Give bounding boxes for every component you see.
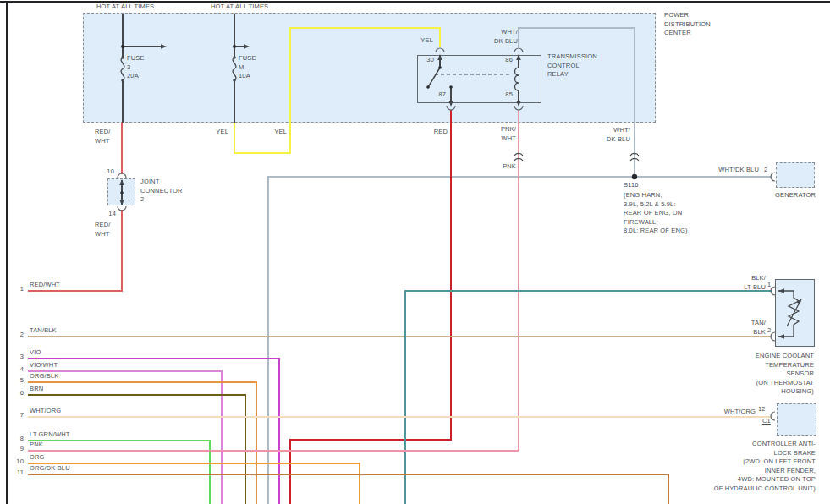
relay-blade-contact [426, 85, 430, 89]
label-circuit-11: ORG/DK BLU [30, 464, 70, 474]
label-pnk-label: PNK [503, 162, 516, 172]
fuse-3-junction [121, 45, 124, 48]
label-circuit-10: ORG [30, 453, 45, 463]
fuse-m-symbol [233, 58, 236, 80]
wire-whtdkblu-relay-coil [519, 28, 635, 177]
label-s116-note: (ENG HARN, 3.9L, 5.2L & 5.9L: REAR OF EN… [624, 191, 688, 236]
label-relay-pin-87: 87 [438, 90, 446, 100]
joint-connector-dot [120, 191, 124, 194]
label-controller-antilock-brake: CONTROLLER ANTI- LOCK BRAKE (2WD: ON LEF… [714, 440, 816, 493]
wire-red-wire [290, 110, 451, 504]
label-tanblk-sensor-label: TAN/ BLK [751, 319, 766, 337]
label-circuit-6-num: 6 [20, 389, 24, 398]
label-circuit-7-num: 7 [20, 411, 24, 420]
wire-org-circuit-10 [28, 463, 360, 504]
relay-pin85-arrow [516, 101, 521, 107]
label-whtdkblu-generator: WHT/DK BLU [718, 166, 759, 175]
label-redwht-upper: RED/ WHT [95, 128, 111, 145]
label-pnkwht-label: PNK/ WHT [501, 125, 516, 143]
coolant-thermistor [778, 291, 799, 337]
wire-orgdkblu-circuit-11 [28, 474, 668, 504]
label-generator-pin-2: 2 [764, 166, 767, 175]
label-power-distribution-center: POWER DISTRIBUTION CENTER [664, 11, 711, 38]
label-circuit-9: PNK [30, 441, 43, 450]
label-circuit-6: BRN [30, 385, 43, 394]
wiring-diagram-canvas: HOT AT ALL TIMESHOT AT ALL TIMESPOWER DI… [0, 0, 830, 504]
label-relay-pin-85: 85 [505, 90, 513, 100]
label-circuit-4-num: 4 [20, 365, 24, 375]
label-circuit-4: VIO/WHT [30, 361, 58, 370]
label-circuit-9-num: 9 [20, 445, 24, 454]
label-whtorg-cab-label: WHT/ORG [724, 408, 756, 417]
relay-coil [515, 68, 519, 90]
fuse-m-feed-arrow [244, 44, 250, 49]
label-hot-at-all-times-2: HOT AT ALL TIMES [211, 3, 268, 12]
label-yel-at-pin30: YEL [420, 36, 433, 46]
relay-pin87-contact [449, 85, 453, 89]
s116-splice-dot [632, 174, 637, 179]
label-generator: GENERATOR [775, 191, 816, 200]
fuse-3-feed-arrow [161, 44, 167, 49]
label-circuit-1: RED/WHT [30, 281, 60, 290]
label-circuit-1-num: 1 [20, 285, 24, 294]
label-whtdkblu-right: WHT/ DK BLU [607, 126, 630, 144]
relay-pin30-contact [438, 66, 442, 69]
label-circuit-7: WHT/ORG [30, 407, 61, 416]
label-cab-pin-12: 12 [758, 405, 766, 414]
relay-pin86-connector [514, 48, 523, 52]
label-circuit-5-num: 5 [20, 376, 24, 386]
label-transmission-control-relay: TRANSMISSION CONTROL RELAY [547, 52, 597, 79]
label-circuit-3: VIO [30, 348, 41, 358]
label-redwht-lower: RED/ WHT [95, 221, 111, 238]
fuse-3-symbol [121, 58, 124, 80]
relay-pin87-arrow [448, 101, 453, 107]
label-blkltblu-label: BLK/ LT BLU [744, 274, 766, 292]
label-circuit-8-num: 8 [20, 435, 24, 444]
label-circuit-10-num: 10 [16, 457, 24, 467]
label-relay-pin-30: 30 [426, 56, 434, 65]
label-fuse-3-label: FUSE 3 20A [127, 54, 145, 81]
label-circuit-8: LT GRN/WHT [30, 430, 69, 440]
label-whtdkblu-at-pin86: WHT/ DK BLU [494, 28, 518, 46]
label-jc-pin-10: 10 [107, 167, 114, 177]
coolant-thermistor-arrow-top [778, 288, 784, 293]
label-joint-connector: JOINT CONNECTOR 2 [140, 178, 183, 205]
wire-relay-switch-blade [428, 68, 440, 87]
relay-pin30-connector [436, 48, 444, 52]
label-yel-1: YEL [216, 128, 228, 137]
label-hot-at-all-times-1: HOT AT ALL TIMES [96, 3, 154, 12]
label-circuit-2: TAN/BLK [30, 326, 57, 336]
wire-yel-wire [234, 28, 440, 153]
relay-pin86-arrow [516, 54, 521, 60]
joint-connector-up-arrow [119, 179, 124, 185]
label-yel-2: YEL [274, 128, 287, 137]
label-ect-sensor: ENGINE COOLANT TEMPERATURE SENSOR (ON TH… [756, 352, 814, 397]
fuse-m-junction [233, 45, 236, 48]
wires-layer [0, 0, 830, 504]
relay-pin30-arrow [437, 54, 442, 60]
label-circuit-11-num: 11 [17, 468, 24, 478]
label-relay-pin-86: 86 [505, 56, 513, 65]
label-sensor-pin-2: 2 [767, 326, 771, 336]
label-circuit-3-num: 3 [20, 353, 24, 362]
label-s116: S116 [624, 181, 639, 190]
label-sensor-pin-1: 1 [767, 281, 771, 290]
label-circuit-5: ORG/BLK [30, 372, 58, 381]
label-cab-connector-c1: C1 [762, 417, 771, 426]
label-fuse-m-label: FUSE M 10A [239, 54, 256, 81]
label-red-label: RED [434, 128, 448, 137]
joint-connector-down-arrow [119, 200, 124, 205]
label-circuit-2-num: 2 [20, 331, 24, 340]
label-jc-pin-14: 14 [108, 210, 116, 219]
coolant-thermistor-arrow-bottom [778, 334, 784, 339]
